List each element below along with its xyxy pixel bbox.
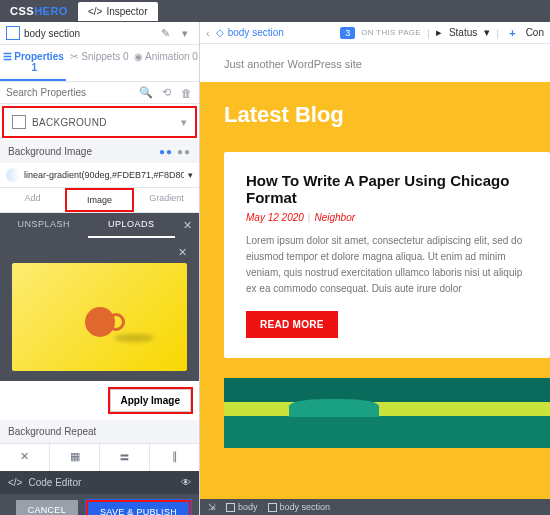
count-badge: 3	[340, 27, 355, 39]
layer-dots[interactable]: ●● ●●	[159, 146, 191, 157]
preview-canvas: My Site Just another WordPress site Late…	[200, 44, 550, 499]
sidebar: body section ✎ ▾ ☰ Properties 1 ✂ Snippe…	[0, 22, 200, 515]
selector-row[interactable]: body section ✎ ▾	[0, 22, 199, 45]
tab-label: Inspector	[106, 6, 147, 17]
dom-path-footer: ⇲ body body section	[200, 499, 550, 515]
repeat-none[interactable]: ✕	[0, 444, 50, 471]
trash-icon[interactable]: 🗑	[179, 87, 193, 99]
status-dropdown[interactable]: ▸ Status ▾	[436, 26, 490, 39]
subtab-add[interactable]: Add	[0, 188, 65, 212]
post-title[interactable]: How To Write A Paper Using Chicago Forma…	[246, 172, 528, 206]
chevron-down-icon[interactable]: ▾	[188, 170, 193, 180]
close-icon[interactable]: ✕	[12, 246, 187, 263]
bg-repeat-label: Background Repeat	[8, 426, 96, 437]
tab-unsplash[interactable]: UNSPLASH	[0, 213, 88, 238]
con-label[interactable]: Con	[526, 27, 544, 38]
breadcrumb-bar: ‹ ◇ body section 3 ON THIS PAGE | ▸ Stat…	[200, 22, 550, 44]
site-tagline: Just another WordPress site	[224, 58, 526, 70]
chevron-down-icon: ▾	[181, 116, 187, 129]
repeat-y[interactable]: ∥	[150, 444, 199, 471]
close-icon[interactable]: ✕	[175, 213, 199, 238]
bg-subtabs: Add Image Gradient	[0, 188, 199, 213]
reset-icon[interactable]: ⟲	[159, 86, 173, 99]
gradient-text: linear-gradient(90deg,#FDEB71,#F8D800)	[24, 170, 184, 180]
add-button[interactable]: +	[505, 27, 519, 39]
post-meta: May 12 2020|Neighbor	[246, 212, 528, 223]
tab-snippets[interactable]: ✂ Snippets 0	[66, 45, 132, 81]
apply-image-wrap: Apply Image	[108, 387, 193, 414]
code-editor-label: Code Editor	[28, 477, 81, 488]
apply-image-button[interactable]: Apply Image	[110, 389, 191, 412]
path-body-section[interactable]: body section	[268, 502, 331, 512]
breadcrumb[interactable]: ◇ body section	[216, 27, 284, 38]
tab-animation[interactable]: ◉ Animation 0	[133, 45, 199, 81]
bg-image-label: Background Image	[8, 146, 92, 157]
repeat-both[interactable]: ▦	[50, 444, 100, 471]
accordion-label: BACKGROUND	[32, 117, 181, 128]
panel-tabs: ☰ Properties 1 ✂ Snippets 0 ◉ Animation …	[0, 45, 199, 82]
image-source-tabs: UNSPLASH UPLOADS ✕	[0, 213, 199, 238]
tab-properties[interactable]: ☰ Properties 1	[0, 45, 66, 81]
bg-image-header: Background Image ●● ●●	[0, 140, 199, 163]
chevron-left-icon[interactable]: ‹	[206, 27, 210, 39]
tab-uploads[interactable]: UPLOADS	[88, 213, 176, 238]
collapse-icon[interactable]: ⇲	[208, 502, 216, 512]
gradient-value-row[interactable]: linear-gradient(90deg,#FDEB71,#F8D800) ▾	[0, 163, 199, 188]
app-logo: CSSHERO	[0, 5, 78, 17]
image-preview-panel: ✕	[0, 238, 199, 381]
read-more-button[interactable]: READ MORE	[246, 311, 338, 338]
edit-icon[interactable]: ✎	[157, 27, 173, 40]
code-icon: </>	[88, 6, 102, 17]
search-icon[interactable]: 🔍	[139, 86, 153, 99]
eye-icon[interactable]: 👁	[181, 477, 191, 488]
post-card: How To Write A Paper Using Chicago Forma…	[224, 152, 550, 358]
bg-repeat-header: Background Repeat	[0, 420, 199, 443]
top-toolbar: CSSHERO </> Inspector	[0, 0, 550, 22]
cup-icon	[85, 307, 115, 337]
bg-repeat-options: ✕ ▦ 〓 ∥	[0, 443, 199, 471]
post-image	[224, 378, 550, 448]
accordion-background[interactable]: BACKGROUND ▾	[2, 106, 197, 138]
subtab-gradient[interactable]: Gradient	[134, 188, 199, 212]
post-date: May 12 2020	[246, 212, 304, 223]
save-publish-button[interactable]: SAVE & PUBLISH	[86, 500, 191, 515]
tab-inspector[interactable]: </> Inspector	[78, 2, 158, 21]
section-heading: Latest Blog	[200, 82, 550, 152]
site-header: My Site Just another WordPress site	[200, 44, 550, 82]
code-icon: </>	[8, 477, 22, 488]
action-bar: CANCEL SAVE & PUBLISH	[0, 494, 199, 515]
search-input[interactable]	[6, 87, 133, 98]
post-excerpt: Lorem ipsum dolor sit amet, consectetur …	[246, 233, 528, 297]
selector-text: body section	[24, 28, 153, 39]
path-body[interactable]: body	[226, 502, 258, 512]
crop-icon	[6, 26, 20, 40]
chevron-down-icon[interactable]: ▾	[177, 27, 193, 40]
repeat-x[interactable]: 〓	[100, 444, 150, 471]
main-panel: ‹ ◇ body section 3 ON THIS PAGE | ▸ Stat…	[200, 22, 550, 515]
image-thumbnail[interactable]	[12, 263, 187, 371]
post-author[interactable]: Neighbor	[314, 212, 355, 223]
search-row: 🔍 ⟲ 🗑	[0, 82, 199, 104]
on-page-label: ON THIS PAGE	[361, 28, 421, 37]
code-editor-toggle[interactable]: </> Code Editor 👁	[0, 471, 199, 494]
cancel-button[interactable]: CANCEL	[16, 500, 78, 515]
background-icon	[12, 115, 26, 129]
gradient-swatch-icon	[6, 168, 20, 182]
subtab-image[interactable]: Image	[65, 188, 134, 212]
